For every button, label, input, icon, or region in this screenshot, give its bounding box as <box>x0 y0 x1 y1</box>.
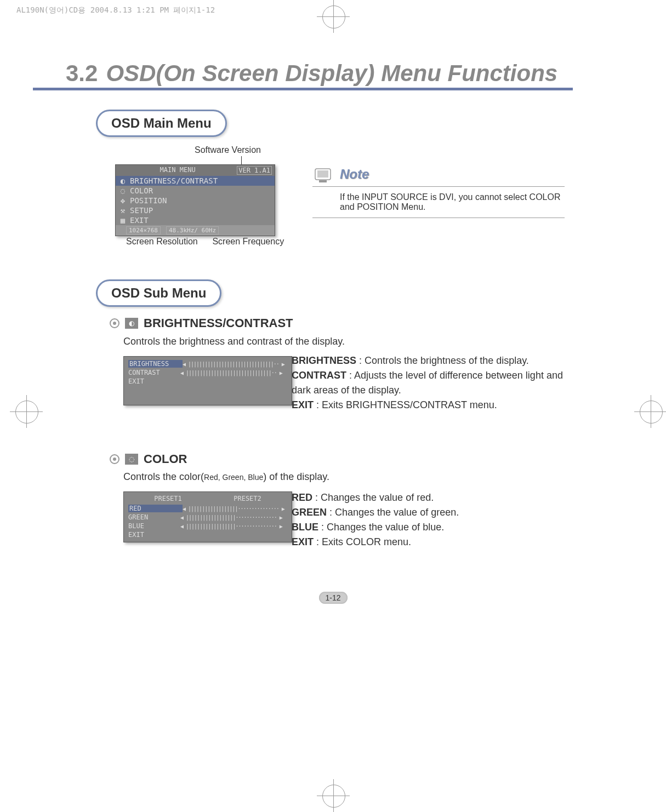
pill-label: OSD Sub Menu <box>96 279 221 307</box>
color-definitions: RED : Changes the value of red. GREEN : … <box>292 490 566 550</box>
osd-item-position: ✥POSITION <box>116 196 275 205</box>
software-version-label: Software Version <box>195 145 261 155</box>
color-heading: ◌ COLOR <box>110 452 187 466</box>
resolution-label: Screen Resolution <box>126 237 198 246</box>
brightness-title: BRIGHTNESS/CONTRAST <box>144 316 293 330</box>
color-osd-screenshot: PRESET1 PRESET2 RED◀ ||||||||||||||||||·… <box>123 491 292 542</box>
bullet-icon <box>110 454 119 464</box>
brightness-definitions: BRIGHTNESS : Controls the brightness of … <box>292 353 566 413</box>
term-contrast: CONTRAST <box>292 370 346 381</box>
osd-item-exit: ▦EXIT <box>116 215 275 225</box>
term-red: RED <box>292 492 312 503</box>
frequency-label: Screen Frequency <box>212 237 284 246</box>
color-description: Controls the color(Red, Green, Blue) of … <box>123 471 329 483</box>
crop-mark-bottom <box>317 779 350 812</box>
color-title: COLOR <box>144 452 187 466</box>
pill-label: OSD Main Menu <box>96 110 227 137</box>
contrast-icon: ◐ <box>125 318 138 329</box>
print-metadata: AL190N(영어)CD용 2004.8.13 1:21 PM 페이지1-12 <box>16 5 215 15</box>
osd-item-color: ◌COLOR <box>116 186 275 196</box>
osd-resolution: 1024×768 <box>126 226 161 235</box>
term-green: GREEN <box>292 507 327 518</box>
osd-sub-menu-pill: OSD Sub Menu <box>96 279 221 307</box>
osd-main-menu-pill: OSD Main Menu <box>96 110 227 137</box>
section-header: 3.2 OSD(On Screen Display) Menu Function… <box>66 60 573 90</box>
main-osd-screenshot: MAIN MENU VER 1.A1 ◐BRIGHTNESS/CONTRAST … <box>115 164 275 236</box>
crop-mark-left <box>10 395 32 417</box>
osd-frequency: 48.3kHz/ 60Hz <box>166 226 219 235</box>
bullet-icon <box>110 318 119 328</box>
term-exit-color: EXIT <box>292 536 314 547</box>
note-body: If the INPUT SOURCE is DVI, you cannot s… <box>312 187 565 218</box>
monitor-icon <box>312 164 334 184</box>
term-exit: EXIT <box>292 399 314 410</box>
term-brightness: BRIGHTNESS <box>292 355 356 366</box>
note-box: Note If the INPUT SOURCE is DVI, you can… <box>312 164 565 218</box>
crop-mark-right <box>634 395 656 417</box>
osd-version: VER 1.A1 <box>237 166 272 175</box>
term-blue: BLUE <box>292 522 318 533</box>
svg-rect-1 <box>317 170 328 178</box>
preset2-label: PRESET2 <box>234 495 261 502</box>
palette-icon: ◌ <box>125 454 138 465</box>
preset1-label: PRESET1 <box>154 495 182 502</box>
note-title: Note <box>340 167 369 182</box>
page-number: 1-12 <box>318 592 347 604</box>
screenshot-footer-labels: Screen Resolution Screen Frequency <box>126 237 284 247</box>
osd-title: MAIN MENU <box>118 166 237 175</box>
brightness-heading: ◐ BRIGHTNESS/CONTRAST <box>110 316 293 330</box>
brightness-osd-screenshot: BRIGHTNESS◀ ||||||||||||||||||||||||||||… <box>123 356 292 405</box>
crop-mark-top <box>317 0 350 33</box>
brightness-description: Controls the brightness and contrast of … <box>123 336 345 347</box>
osd-item-brightness: ◐BRIGHTNESS/CONTRAST <box>116 176 275 186</box>
section-title: OSD(On Screen Display) Menu Functions <box>106 60 557 87</box>
svg-rect-2 <box>319 180 327 182</box>
section-number: 3.2 <box>66 60 98 87</box>
osd-item-setup: ⚒SETUP <box>116 205 275 215</box>
